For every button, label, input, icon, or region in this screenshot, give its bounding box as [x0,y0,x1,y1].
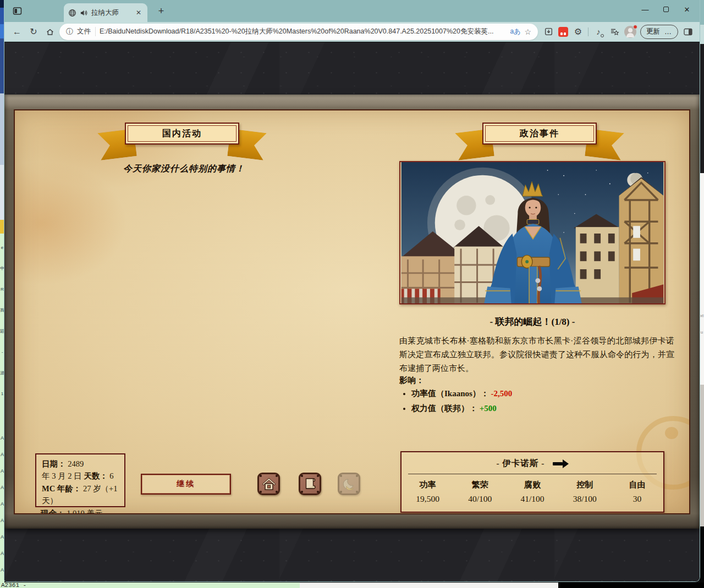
tab-actions-icon [13,7,22,15]
date-status-panel: 日期： 2489 年 3 月 2 日 天数： 6 MC 年龄： 27 岁（+1 … [35,453,125,507]
window-minimize-button[interactable]: — [635,0,656,19]
profile-avatar[interactable] [624,26,636,38]
home-button[interactable] [42,24,58,40]
impact-item: 功率值（Ikaanos）： -2,500 [411,387,512,400]
background-window-file-label: A2361 - [1,583,26,588]
impact-list: 功率值（Ikaanos）： -2,500 权力值（联邦）： +500 [399,387,512,418]
date-suffix: 年 3 月 2 日 [42,471,84,480]
tab-close-icon[interactable]: ✕ [134,9,143,16]
home-button-game[interactable] [257,473,280,495]
date-value: 2489 [68,459,84,468]
banner-label: 国内活动 [125,123,239,145]
red-extension-button[interactable] [558,27,568,37]
event-image [399,161,666,304]
game-viewport: 国内活动 今天你家没什么特别的事情！ 日期： 2489 年 3 月 2 日 天数… [4,42,700,581]
download-extension-button[interactable] [542,25,554,38]
scroll-icon [302,476,318,492]
impact-heading: 影响： [399,375,424,386]
background-window-right-edge: xt u [700,0,704,588]
home-icon [46,27,54,36]
more-menu-icon[interactable]: … [664,27,672,36]
background-window-text-fragments: e 中 R 百 廷 - 游 1 [0,237,4,404]
age-label: MC 年龄： [42,484,81,493]
event-description: 由莱克城市长布林·塞格勒和新东京市市长黑卡·涩谷领导的北部城邦伊卡诺斯决定宣布成… [399,334,674,376]
region-stats-panel: - 伊卡诺斯 - 功率 19,500 繁荣 40/100 [400,451,664,513]
cash-label: 现金： [41,509,65,514]
translate-icon[interactable]: aあ [510,27,520,36]
days-label: 天数： [84,471,108,480]
continue-button[interactable]: 继续 [141,474,231,495]
domestic-activities-banner: 国内活动 [125,123,239,145]
stain-blob [665,427,678,439]
next-region-arrow-icon[interactable] [553,459,569,468]
badge-icon [601,34,604,37]
impact-value-positive: +500 [480,404,497,413]
background-window-a-column: A A A A A A A A A [0,430,4,578]
moon-banana-icon [342,476,357,492]
refresh-button[interactable]: ↻ [25,24,42,40]
date-label: 日期： [42,459,66,468]
collections-button[interactable] [608,25,620,38]
media-extension-button[interactable]: ♪ [592,25,604,38]
cash-value: 1,010 美元 [67,509,102,514]
stat-prosperity: 繁荣 40/100 [454,480,506,504]
file-scheme-label: 文件 [77,27,96,36]
stat-corruption: 腐败 41/100 [506,480,558,504]
days-value: 6 [109,471,113,480]
favorite-star-icon[interactable]: ☆ [524,27,531,36]
globe-icon [68,9,76,17]
event-title: - 联邦的崛起！(1/8) - [399,315,666,328]
sleep-button-disabled [338,473,360,495]
sidebar-toggle-button[interactable] [682,25,694,38]
extensions-button[interactable]: ⚙ [572,25,584,38]
impact-value-negative: -2,500 [491,389,513,398]
stat-control: 控制 38/100 [559,480,611,504]
back-button[interactable]: ← [9,24,25,40]
browser-update-button[interactable]: 更新 … [640,25,678,39]
window-close-button[interactable]: ✕ [676,0,697,19]
impact-item: 权力值（联邦）： +500 [411,402,512,415]
background-window-text-fragments: xt u [700,308,704,341]
tab-actions-button[interactable] [10,4,24,18]
log-scroll-button[interactable] [299,473,321,495]
background-window-bottom-edge: A2361 - [0,583,704,588]
page-info-icon[interactable]: ⓘ [66,27,73,37]
house-icon [261,476,277,492]
background-window-left-edge: e 中 R 百 廷 - 游 1 A A A A A A A A A [0,0,4,588]
toolbar-separator [588,27,588,36]
banner-label: 政治事件 [482,123,597,145]
collections-icon [610,27,619,36]
cash-line: 现金： 1,010 美元 [41,508,102,514]
divider [408,474,657,474]
sidebar-icon [683,27,693,36]
domestic-event-message: 今天你家没什么特别的事情！ [123,163,245,175]
browser-tab[interactable]: 拉纳大师 ✕ [64,3,147,22]
window-controls: — ✕ [635,0,697,19]
download-box-icon [544,27,553,36]
tab-audio-speaker-icon[interactable] [80,9,88,17]
notification-dot [633,25,637,29]
tab-strip: 拉纳大师 ✕ + — ✕ [4,0,700,22]
stat-freedom: 自由 30 [611,480,663,504]
toolbar-extensions-area: ⚙ ♪ 更新 … [542,25,700,39]
new-tab-button[interactable]: + [154,4,168,18]
address-bar[interactable]: ⓘ 文件 E:/BaiduNetdiskDownload/R18/A2351%2… [59,24,538,40]
window-maximize-button[interactable] [656,0,676,19]
browser-window: 拉纳大师 ✕ + — ✕ ← ↻ ⓘ 文件 E:/BaiduNetdiskDow… [4,0,700,581]
political-events-banner: 政治事件 [482,123,597,145]
region-name: - 伊卡诺斯 - [496,458,544,469]
stat-power: 功率 19,500 [402,480,454,504]
browser-toolbar: ← ↻ ⓘ 文件 E:/BaiduNetdiskDownload/R18/A23… [4,22,700,42]
maximize-icon [663,7,669,12]
url-text[interactable]: E:/BaiduNetdiskDownload/R18/A2351%20-%20… [100,27,506,36]
parchment-page: 国内活动 今天你家没什么特别的事情！ 日期： 2489 年 3 月 2 日 天数… [14,109,690,514]
wooden-frame: 国内活动 今天你家没什么特别的事情！ 日期： 2489 年 3 月 2 日 天数… [4,95,700,529]
tab-title: 拉纳大师 [91,8,131,18]
